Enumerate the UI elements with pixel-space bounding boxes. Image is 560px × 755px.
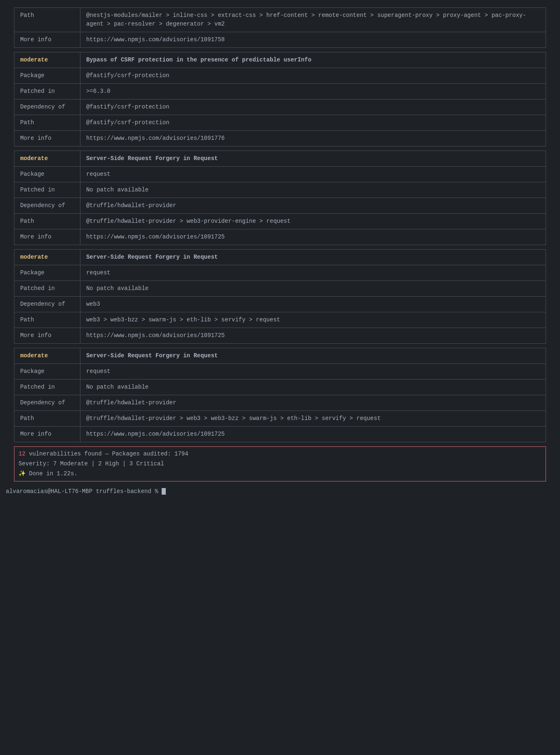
table-row: More info https://www.npmjs.com/advisori…	[14, 427, 546, 442]
table-row: Dependency of @fastify/csrf-protection	[14, 99, 546, 115]
table-row: Path @nestjs-modules/mailer > inline-css…	[14, 8, 546, 32]
field-label: Dependency of	[14, 395, 80, 411]
cursor	[162, 488, 166, 495]
more-info-link[interactable]: https://www.npmjs.com/advisories/1091725	[86, 431, 225, 437]
field-label: Path	[14, 411, 80, 427]
advisory-table-2: moderate Bypass of CSRF protection in th…	[14, 52, 546, 146]
summary-line-3: ✨ Done in 1.22s.	[19, 469, 541, 479]
table-row: Path @fastify/csrf-protection	[14, 115, 546, 131]
table-row: Patched in >=6.3.0	[14, 84, 546, 99]
field-label: Dependency of	[14, 99, 80, 115]
field-value: https://www.npmjs.com/advisories/1091776	[80, 131, 546, 146]
field-value: >=6.3.0	[80, 84, 546, 99]
severity-label: moderate	[20, 254, 48, 260]
field-value: request	[80, 364, 546, 380]
table-row: Path web3 > web3-bzz > swarm-js > eth-li…	[14, 312, 546, 328]
sparkle-icon: ✨	[19, 470, 26, 477]
severity-badge: moderate	[14, 348, 80, 364]
field-value: https://www.npmjs.com/advisories/1091725	[80, 229, 546, 245]
field-label: Dependency of	[14, 198, 80, 214]
summary-box: 12 vulnerabilities found — Packages audi…	[14, 446, 546, 481]
field-value: web3 > web3-bzz > swarm-js > eth-lib > s…	[80, 312, 546, 328]
table-row: Dependency of web3	[14, 297, 546, 312]
table-row: Path @truffle/hdwallet-provider > web3-p…	[14, 214, 546, 229]
vuln-count: 12	[19, 451, 26, 457]
severity-badge: moderate	[14, 250, 80, 265]
field-value: @truffle/hdwallet-provider > web3 > web3…	[80, 411, 546, 427]
field-value: No patch available	[80, 281, 546, 297]
prompt-dir: truffles-backend	[96, 488, 151, 495]
field-value: @truffle/hdwallet-provider > web3-provid…	[80, 214, 546, 229]
vuln-count-label: vulnerabilities found — Packages audited…	[26, 451, 174, 457]
advisory-table-5: moderate Server-Side Request Forgery in …	[14, 348, 546, 442]
field-label: Package	[14, 167, 80, 182]
field-label: Package	[14, 68, 80, 84]
field-label: More info	[14, 427, 80, 442]
field-value: @nestjs-modules/mailer > inline-css > ex…	[80, 8, 546, 32]
vuln-title: Server-Side Request Forgery in Request	[80, 151, 546, 167]
field-value: @fastify/csrf-protection	[80, 99, 546, 115]
vuln-title: Bypass of CSRF protection in the presenc…	[80, 52, 546, 68]
table-row: More info https://www.npmjs.com/advisori…	[14, 32, 546, 48]
field-value: @fastify/csrf-protection	[80, 115, 546, 131]
more-info-link[interactable]: https://www.npmjs.com/advisories/1091725	[86, 332, 225, 339]
table-row: Patched in No patch available	[14, 380, 546, 395]
field-label: Path	[14, 115, 80, 131]
field-value: @truffle/hdwallet-provider	[80, 198, 546, 214]
field-label: Path	[14, 214, 80, 229]
severity-row: moderate Bypass of CSRF protection in th…	[14, 52, 546, 68]
packages-count: 1794	[174, 451, 188, 457]
table-row: Package request	[14, 265, 546, 281]
field-label: Path	[14, 312, 80, 328]
vuln-title: Server-Side Request Forgery in Request	[80, 348, 546, 364]
table-row: More info https://www.npmjs.com/advisori…	[14, 131, 546, 146]
table-row: Package @fastify/csrf-protection	[14, 68, 546, 84]
summary-line-2: Severity: 7 Moderate | 2 High | 3 Critic…	[19, 459, 541, 469]
severity-row: moderate Server-Side Request Forgery in …	[14, 151, 546, 167]
table-row: Path @truffle/hdwallet-provider > web3 >…	[14, 411, 546, 427]
table-row: More info https://www.npmjs.com/advisori…	[14, 229, 546, 245]
terminal-output: Path @nestjs-modules/mailer > inline-css…	[0, 0, 560, 500]
field-value: @fastify/csrf-protection	[80, 68, 546, 84]
advisory-table-4: moderate Server-Side Request Forgery in …	[14, 249, 546, 344]
severity-label: moderate	[20, 155, 48, 162]
summary-line-1: 12 vulnerabilities found — Packages audi…	[19, 449, 541, 459]
field-label: Patched in	[14, 281, 80, 297]
table-row: Patched in No patch available	[14, 281, 546, 297]
table-row: Dependency of @truffle/hdwallet-provider	[14, 395, 546, 411]
more-info-link[interactable]: https://www.npmjs.com/advisories/1091776	[86, 135, 225, 142]
more-info-link[interactable]: https://www.npmjs.com/advisories/1091725	[86, 234, 225, 240]
severity-label: moderate	[20, 352, 48, 359]
prompt-user: alvaromacias@HAL-LT76-MBP	[6, 488, 92, 495]
field-label: Dependency of	[14, 297, 80, 312]
table-row: Dependency of @truffle/hdwallet-provider	[14, 198, 546, 214]
field-label: More info	[14, 32, 80, 48]
done-label: Done in 1.22s.	[26, 470, 78, 477]
field-value: No patch available	[80, 380, 546, 395]
severity-badge: moderate	[14, 151, 80, 167]
field-label: Package	[14, 364, 80, 380]
field-label: Package	[14, 265, 80, 281]
field-label: Patched in	[14, 380, 80, 395]
field-label: Patched in	[14, 182, 80, 198]
vuln-title: Server-Side Request Forgery in Request	[80, 250, 546, 265]
field-value: https://www.npmjs.com/advisories/1091725	[80, 328, 546, 344]
table-row: More info https://www.npmjs.com/advisori…	[14, 328, 546, 344]
field-value: https://www.npmjs.com/advisories/1091758	[80, 32, 546, 48]
field-value: request	[80, 167, 546, 182]
advisory-table-3: moderate Server-Side Request Forgery in …	[14, 151, 546, 245]
field-label: More info	[14, 328, 80, 344]
more-info-link[interactable]: https://www.npmjs.com/advisories/1091758	[86, 36, 225, 43]
field-value: request	[80, 265, 546, 281]
field-value: https://www.npmjs.com/advisories/1091725	[80, 427, 546, 442]
field-value: No patch available	[80, 182, 546, 198]
field-label: More info	[14, 229, 80, 245]
severity-row: moderate Server-Side Request Forgery in …	[14, 250, 546, 265]
field-value: @truffle/hdwallet-provider	[80, 395, 546, 411]
advisory-table-1: Path @nestjs-modules/mailer > inline-css…	[14, 7, 546, 48]
table-row: Package request	[14, 167, 546, 182]
prompt-symbol: %	[151, 488, 162, 495]
field-label: More info	[14, 131, 80, 146]
terminal-prompt: alvaromacias@HAL-LT76-MBP truffles-backe…	[0, 486, 560, 497]
severity-row: moderate Server-Side Request Forgery in …	[14, 348, 546, 364]
